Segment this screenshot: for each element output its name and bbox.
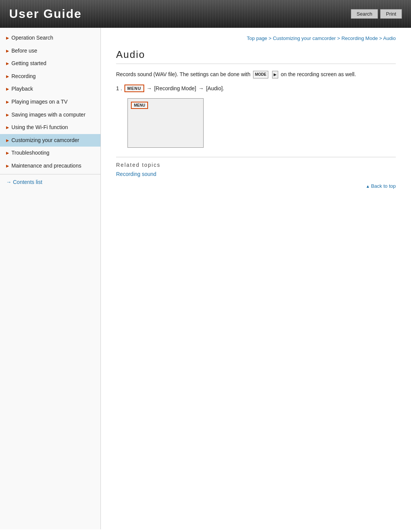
sidebar-item-6[interactable]: ▶Saving images with a computer [0, 109, 100, 121]
sidebar-item-label-9: Troubleshooting [11, 149, 96, 157]
menu-button-mockup: MENU [131, 102, 148, 109]
contents-list-link[interactable]: → Contents list [6, 179, 94, 185]
sidebar-arrow-4: ▶ [6, 86, 9, 92]
sidebar-item-label-6: Saving images with a computer [11, 111, 96, 119]
content-area: Top page > Customizing your camcorder > … [101, 28, 411, 529]
sidebar-arrow-10: ▶ [6, 163, 9, 169]
sidebar-item-label-4: Playback [11, 85, 96, 93]
desc-text: Records sound (WAV file). The settings c… [116, 71, 250, 77]
sidebar-item-9[interactable]: ▶Troubleshooting [0, 147, 100, 160]
sidebar-item-label-3: Recording [11, 73, 96, 80]
sidebar-item-7[interactable]: ▶Using the Wi-Fi function [0, 121, 100, 134]
sidebar-footer: → Contents list [0, 174, 100, 190]
step-audio: [Audio]. [206, 85, 224, 91]
menu-button-image: MENU [124, 85, 144, 92]
sidebar-arrow-1: ▶ [6, 48, 9, 54]
sidebar-item-label-8: Customizing your camcorder [11, 137, 96, 144]
step-arrow1: → [147, 85, 152, 91]
sidebar-item-label-10: Maintenance and precautions [11, 162, 96, 170]
breadcrumb: Top page > Customizing your camcorder > … [116, 35, 396, 41]
step-number: 1 . [116, 85, 122, 91]
sidebar-item-1[interactable]: ▶Before use [0, 45, 100, 58]
sidebar-arrow-6: ▶ [6, 112, 9, 118]
print-button[interactable]: Print [380, 9, 402, 19]
contents-list-label: Contents list [13, 179, 42, 185]
sidebar-item-5[interactable]: ▶Playing images on a TV [0, 96, 100, 109]
sidebar-item-label-5: Playing images on a TV [11, 98, 96, 106]
triangle-up-icon: ▲ [366, 184, 371, 189]
sidebar-item-label-0: Operation Search [11, 34, 96, 42]
related-topics-section: Related topics Recording sound [116, 157, 396, 177]
sidebar-items-container: ▶Operation Search▶Before use▶Getting sta… [0, 32, 100, 173]
back-to-top-link[interactable]: ▲ Back to top [366, 183, 396, 189]
step-recording-mode: [Recording Mode] [154, 85, 196, 91]
sidebar-item-2[interactable]: ▶Getting started [0, 57, 100, 70]
mode-icon: MODE [253, 71, 268, 78]
breadcrumb-sep1: > [269, 35, 273, 41]
desc-suffix: on the recording screen as well. [281, 71, 356, 77]
sidebar-arrow-0: ▶ [6, 35, 9, 41]
back-to-top: ▲ Back to top [116, 183, 396, 189]
breadcrumb-audio: Audio [383, 35, 396, 41]
header-button-group: Search Print [351, 9, 402, 19]
sidebar-item-8[interactable]: ▶Customizing your camcorder [0, 134, 100, 147]
sidebar: ▶Operation Search▶Before use▶Getting sta… [0, 28, 101, 529]
sidebar-arrow-8: ▶ [6, 138, 9, 143]
sidebar-item-3[interactable]: ▶Recording [0, 70, 100, 83]
step-arrow2: → [198, 85, 204, 91]
app-title: User Guide [9, 7, 82, 21]
sidebar-item-label-2: Getting started [11, 60, 96, 67]
step-1: 1 . MENU → [Recording Mode] → [Audio]. [116, 85, 396, 92]
page-title: Audio [116, 49, 396, 64]
breadcrumb-sep2: > [337, 35, 341, 41]
sidebar-arrow-3: ▶ [6, 74, 9, 79]
related-topics-title: Related topics [116, 162, 396, 168]
main-layout: ▶Operation Search▶Before use▶Getting sta… [0, 28, 411, 529]
related-recording-sound[interactable]: Recording sound [116, 171, 156, 177]
breadcrumb-customizing[interactable]: Customizing your camcorder [273, 35, 336, 41]
sidebar-arrow-9: ▶ [6, 150, 9, 156]
arrow-right-icon: → [6, 179, 11, 185]
record-icon: ▶ [272, 71, 278, 78]
sidebar-item-label-1: Before use [11, 47, 96, 55]
sidebar-arrow-7: ▶ [6, 125, 9, 130]
sidebar-item-4[interactable]: ▶Playback [0, 83, 100, 96]
sidebar-item-10[interactable]: ▶Maintenance and precautions [0, 160, 100, 173]
header: User Guide Search Print [0, 0, 411, 28]
menu-screenshot: MENU [127, 98, 204, 148]
breadcrumb-recording-mode[interactable]: Recording Mode [341, 35, 378, 41]
back-to-top-label: Back to top [371, 183, 396, 189]
content-description: Records sound (WAV file). The settings c… [116, 70, 396, 78]
breadcrumb-top[interactable]: Top page [247, 35, 268, 41]
breadcrumb-sep3: > [379, 35, 383, 41]
sidebar-item-0[interactable]: ▶Operation Search [0, 32, 100, 45]
sidebar-item-label-7: Using the Wi-Fi function [11, 124, 96, 131]
search-button[interactable]: Search [351, 9, 378, 19]
sidebar-arrow-5: ▶ [6, 99, 9, 105]
sidebar-arrow-2: ▶ [6, 61, 9, 66]
